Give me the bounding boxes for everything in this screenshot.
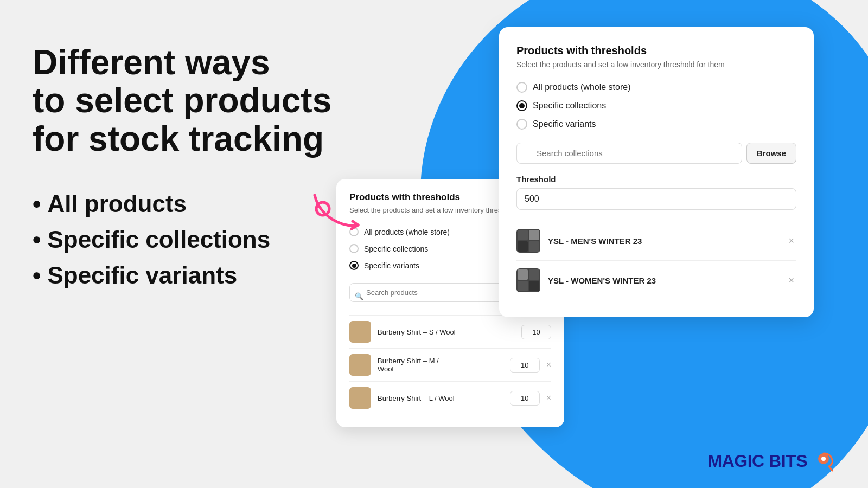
collection-name-1: YSL - MEN'S WINTER 23 [548, 236, 778, 246]
search-row: 🔍 Browse [516, 143, 796, 164]
product-item-2: Burberry Shirt – M /Wool × [349, 348, 551, 381]
secondary-radio-circle-3 [349, 261, 359, 270]
main-radio-label-1: All products (whole store) [533, 82, 631, 92]
collection-name-2: YSL - WOMEN'S WINTER 23 [548, 276, 778, 285]
collection-thumb-2 [516, 268, 540, 292]
product-thumb-3 [349, 387, 371, 409]
main-radio-circle-1 [516, 82, 527, 93]
main-radio-circle-3 [516, 119, 527, 130]
bullet-dot-3: • [33, 262, 41, 289]
product-name-1: Burberry Shirt – S / Wool [378, 328, 515, 336]
product-qty-2[interactable] [510, 358, 540, 373]
secondary-radio-circle-2 [349, 244, 359, 253]
bullet-dot-2: • [33, 226, 41, 253]
main-radio-all-products[interactable]: All products (whole store) [516, 82, 796, 93]
product-qty-1[interactable] [521, 325, 551, 339]
bullet-all-products: • All products [33, 190, 331, 217]
product-name-2: Burberry Shirt – M /Wool [378, 357, 503, 373]
product-item-3: Burberry Shirt – L / Wool × [349, 381, 551, 414]
svg-point-2 [821, 457, 826, 461]
main-radio-label-2: Specific collections [533, 101, 606, 111]
collection-remove-1[interactable]: × [786, 233, 796, 249]
product-item-1: Burberry Shirt – S / Wool [349, 315, 551, 348]
collection-remove-2[interactable]: × [786, 273, 796, 288]
logo-text: MAGIC BITS [708, 451, 807, 471]
logo-icon [812, 449, 835, 473]
secondary-radio-label-3: Specific variants [364, 261, 419, 270]
logo-area: MAGIC BITS [708, 449, 835, 473]
threshold-label: Threshold [516, 175, 796, 184]
bullet-label-2: Specific collections [47, 226, 270, 253]
main-heading: Different waysto select productsfor stoc… [33, 43, 331, 158]
main-radio-group: All products (whole store) Specific coll… [516, 82, 796, 130]
collection-item-2: YSL - WOMEN'S WINTER 23 × [516, 260, 796, 300]
search-collections-input[interactable] [516, 143, 742, 164]
product-thumb-2 [349, 354, 371, 376]
collection-item-1: YSL - MEN'S WINTER 23 × [516, 221, 796, 260]
product-thumb-1 [349, 321, 371, 343]
main-radio-variants[interactable]: Specific variants [516, 119, 796, 130]
threshold-input[interactable] [516, 188, 796, 210]
product-qty-3[interactable] [510, 391, 540, 406]
main-card: Products with thresholds Select the prod… [499, 27, 814, 317]
bullet-label-3: Specific variants [47, 262, 237, 289]
left-section: Different waysto select productsfor stoc… [33, 43, 331, 289]
secondary-radio-label-1: All products (whole store) [364, 228, 450, 236]
product-name-3: Burberry Shirt – L / Wool [378, 394, 503, 402]
bullet-specific-collections: • Specific collections [33, 226, 331, 253]
bullet-dot-1: • [33, 190, 41, 217]
bullet-specific-variants: • Specific variants [33, 262, 331, 289]
bullet-label-1: All products [47, 190, 187, 217]
browse-button[interactable]: Browse [746, 143, 796, 164]
svg-point-0 [316, 202, 329, 215]
collection-thumb-1 [516, 229, 540, 253]
product-remove-2[interactable]: × [546, 360, 551, 370]
secondary-search-icon: 🔍 [355, 292, 363, 300]
arrow-decoration [304, 184, 369, 239]
main-radio-label-3: Specific variants [533, 119, 596, 129]
main-radio-collections[interactable]: Specific collections [516, 100, 796, 111]
product-remove-3[interactable]: × [546, 393, 551, 403]
main-card-subtitle: Select the products and set a low invent… [516, 60, 796, 69]
search-wrapper: 🔍 [516, 143, 742, 164]
main-card-title: Products with thresholds [516, 44, 796, 57]
main-radio-circle-2 [516, 100, 527, 111]
secondary-radio-label-2: Specific collections [364, 245, 428, 253]
bullet-list: • All products • Specific collections • … [33, 190, 331, 289]
